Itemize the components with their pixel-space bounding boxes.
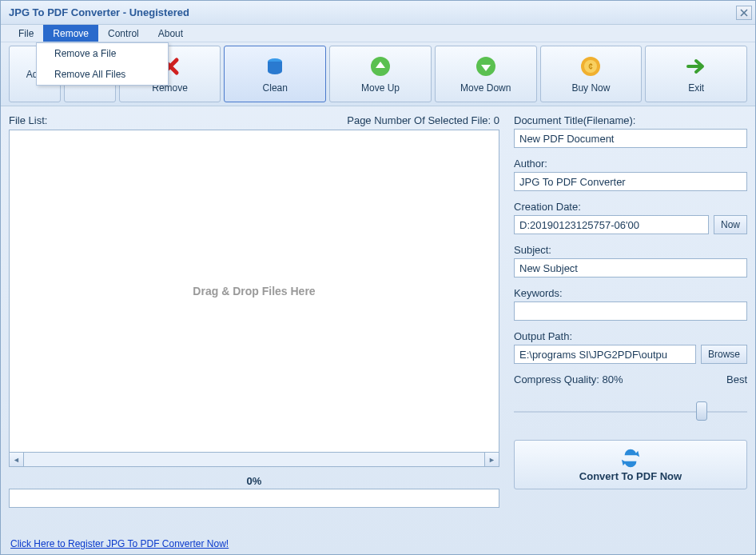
keywords-label: Keywords: bbox=[514, 287, 747, 299]
scroll-track[interactable] bbox=[24, 453, 484, 466]
move-up-label: Move Up bbox=[361, 82, 400, 94]
buy-now-button[interactable]: ¢ Buy Now bbox=[540, 46, 643, 102]
exit-icon bbox=[685, 55, 707, 78]
slider-track bbox=[514, 411, 747, 413]
output-label: Output Path: bbox=[514, 330, 747, 342]
subject-label: Subject: bbox=[514, 244, 747, 256]
date-input[interactable] bbox=[514, 215, 709, 234]
quality-best: Best bbox=[726, 373, 747, 385]
file-list-header: File List: Page Number Of Selected File:… bbox=[9, 114, 499, 126]
move-down-button[interactable]: Move Down bbox=[435, 46, 537, 102]
menu-remove[interactable]: Remove bbox=[43, 25, 98, 42]
left-column: File List: Page Number Of Selected File:… bbox=[9, 114, 499, 508]
right-column: Document Title(Filename): Author: Creati… bbox=[514, 114, 747, 508]
quality-slider[interactable] bbox=[514, 400, 747, 424]
page-number-label: Page Number Of Selected File: 0 bbox=[347, 114, 499, 126]
clean-icon bbox=[264, 55, 286, 78]
now-button[interactable]: Now bbox=[714, 215, 747, 234]
quality-label: Compress Quality: 80% bbox=[514, 373, 623, 385]
horizontal-scrollbar[interactable]: ◄ ► bbox=[9, 453, 499, 467]
coin-icon: ¢ bbox=[579, 55, 602, 78]
window-title: JPG To PDF Converter - Unegistered bbox=[9, 6, 189, 18]
menu-about[interactable]: About bbox=[149, 25, 193, 42]
drop-hint: Drag & Drop Files Here bbox=[193, 285, 315, 297]
clean-label: Clean bbox=[263, 82, 288, 94]
progress-text: 0% bbox=[9, 475, 499, 487]
arrow-down-icon bbox=[475, 55, 497, 78]
arrow-up-icon bbox=[369, 55, 392, 78]
dropdown-remove-all[interactable]: Remove All Files bbox=[37, 64, 168, 85]
convert-icon bbox=[620, 448, 641, 469]
title-input[interactable] bbox=[514, 129, 747, 148]
convert-button[interactable]: Convert To PDF Now bbox=[514, 440, 747, 489]
scroll-left-arrow[interactable]: ◄ bbox=[10, 453, 24, 466]
exit-button[interactable]: Exit bbox=[645, 46, 747, 102]
browse-button[interactable]: Browse bbox=[701, 345, 747, 364]
exit-label: Exit bbox=[688, 82, 704, 94]
keywords-input[interactable] bbox=[514, 301, 747, 321]
svg-text:¢: ¢ bbox=[588, 62, 593, 71]
title-label: Document Title(Filename): bbox=[514, 114, 747, 126]
subject-input[interactable] bbox=[514, 258, 747, 278]
remove-dropdown: Remove a File Remove All Files bbox=[36, 42, 169, 86]
dropdown-remove-file[interactable]: Remove a File bbox=[37, 43, 168, 64]
slider-thumb[interactable] bbox=[696, 401, 707, 421]
buy-now-label: Buy Now bbox=[571, 82, 610, 94]
author-label: Author: bbox=[514, 158, 747, 170]
scroll-right-arrow[interactable]: ► bbox=[484, 453, 499, 466]
progress-bar bbox=[9, 489, 499, 508]
file-list[interactable]: Drag & Drop Files Here bbox=[9, 130, 499, 453]
close-icon bbox=[740, 9, 748, 17]
output-input[interactable] bbox=[514, 345, 696, 364]
move-up-button[interactable]: Move Up bbox=[329, 46, 432, 102]
file-list-label: File List: bbox=[9, 114, 47, 126]
author-input[interactable] bbox=[514, 172, 747, 191]
content-area: File List: Page Number Of Selected File:… bbox=[1, 106, 755, 508]
convert-label: Convert To PDF Now bbox=[579, 470, 682, 482]
menu-file[interactable]: File bbox=[9, 25, 43, 42]
register-link[interactable]: Click Here to Register JPG To PDF Conver… bbox=[10, 538, 229, 549]
clean-button[interactable]: Clean bbox=[224, 46, 326, 102]
menu-control[interactable]: Control bbox=[98, 25, 149, 42]
move-down-label: Move Down bbox=[460, 82, 511, 94]
main-window: JPG To PDF Converter - Unegistered File … bbox=[0, 0, 756, 555]
titlebar: JPG To PDF Converter - Unegistered bbox=[1, 1, 755, 25]
close-button[interactable] bbox=[736, 6, 752, 20]
menubar: File Remove Control About Remove a File … bbox=[1, 25, 755, 42]
date-label: Creation Date: bbox=[514, 201, 747, 213]
